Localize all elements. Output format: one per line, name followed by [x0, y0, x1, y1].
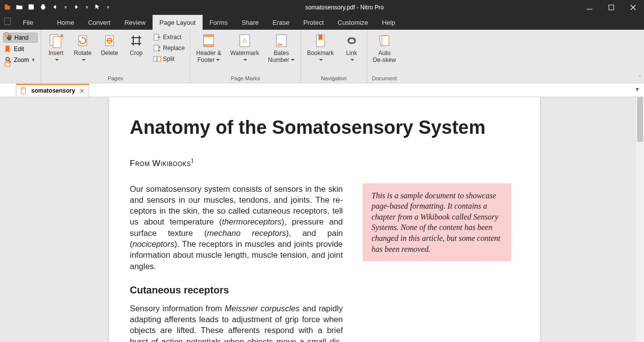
menu-convert[interactable]: Convert [81, 15, 118, 30]
chevron-down-icon [289, 57, 295, 63]
extract-button[interactable]: Extract [152, 33, 186, 42]
replace-button[interactable]: Replace [152, 44, 186, 53]
svg-point-24 [4, 32, 8, 36]
header-footer-button[interactable]: Header & Footer [194, 32, 223, 64]
svg-rect-14 [204, 44, 214, 47]
rotate-label: Rotate [74, 50, 91, 57]
vertical-scrollbar[interactable] [636, 97, 644, 342]
svg-rect-18 [277, 44, 282, 46]
paragraph: Our somatosensory system consists of sen… [130, 183, 343, 272]
link-button[interactable]: Link [341, 32, 363, 64]
chevron-down-icon [215, 57, 220, 63]
security-panel-icon[interactable] [3, 58, 12, 67]
ribbon-group-navigation: Bookmark Link Navigation [301, 30, 367, 83]
open-icon[interactable] [16, 3, 23, 12]
menu-home[interactable]: Home [50, 15, 81, 30]
menu-erase[interactable]: Erase [266, 15, 296, 30]
save-icon[interactable] [28, 3, 35, 12]
document-tab-label: somatosensory [31, 87, 75, 94]
bookmarks-panel-icon[interactable] [3, 45, 12, 54]
close-tab-button[interactable]: ✕ [79, 87, 85, 95]
watermark-icon: A [237, 33, 253, 49]
menu-file[interactable]: File [16, 15, 40, 30]
svg-rect-10 [154, 57, 157, 61]
chevron-down-icon [54, 57, 59, 63]
maximize-button[interactable] [600, 0, 622, 15]
document-tab[interactable]: somatosensory ✕ [16, 84, 89, 97]
menu-customize[interactable]: Customize [331, 15, 375, 30]
crop-button[interactable]: Crop [125, 32, 147, 57]
svg-rect-25 [5, 62, 10, 66]
menu-protect[interactable]: Protect [296, 15, 330, 30]
callout-box: This is a sample document to showcase pa… [363, 183, 511, 262]
pdf-file-icon [20, 87, 27, 94]
auto-deskew-button[interactable]: Auto De-skew [371, 32, 398, 64]
watermark-button[interactable]: A Watermark [228, 32, 261, 64]
group-label-navigation: Navigation [305, 75, 363, 83]
rotate-icon [75, 33, 91, 49]
minimize-button[interactable] [579, 0, 600, 15]
redo-more-icon[interactable]: ▼ [85, 5, 89, 10]
svg-rect-23 [4, 18, 10, 25]
app-logo-icon [4, 3, 11, 12]
ribbon-group-pagemarks: Header & Footer A Watermark Bates Number… [190, 30, 301, 83]
undo-icon[interactable] [52, 3, 58, 12]
qat-more-icon[interactable]: ▼ [106, 5, 110, 10]
chevron-down-icon [242, 57, 247, 63]
ribbon-group-document: Auto De-skew Document [367, 30, 402, 83]
deskew-icon [376, 33, 392, 49]
svg-rect-21 [382, 36, 389, 46]
subheading: Cutaneous receptors [130, 284, 343, 297]
svg-text:A: A [242, 37, 247, 45]
menu-forms[interactable]: Forms [203, 15, 235, 30]
document-tab-strip: somatosensory ✕ ▼ [0, 83, 644, 97]
collapse-ribbon-button[interactable]: ˆ [639, 75, 641, 81]
svg-rect-11 [158, 57, 161, 61]
replace-icon [153, 44, 161, 52]
insert-label: Insert [49, 50, 63, 57]
menu-bar: File Home Convert Review Page Layout For… [0, 15, 644, 30]
split-button[interactable]: Split [152, 55, 186, 63]
svg-rect-13 [204, 35, 214, 37]
group-label-pagemarks: Page Marks [194, 75, 297, 83]
chevron-down-icon: ▼ [31, 57, 36, 62]
search-panel-icon[interactable] [3, 31, 12, 40]
delete-page-icon [102, 33, 117, 49]
delete-button[interactable]: Delete [99, 32, 120, 57]
print-icon[interactable] [40, 3, 47, 12]
undo-more-icon[interactable]: ▼ [63, 5, 68, 10]
rotate-button[interactable]: Rotate [72, 32, 94, 64]
redo-icon[interactable] [73, 3, 80, 12]
body-column: Our somatosensory system consists of sen… [130, 183, 343, 342]
group-label-pages: Pages [45, 75, 186, 83]
document-viewport[interactable]: Anatomy of the Somatosensory System From… [15, 97, 636, 342]
insert-button[interactable]: Insert [45, 32, 67, 64]
delete-label: Delete [101, 50, 118, 57]
menu-help[interactable]: Help [375, 15, 402, 30]
svg-rect-0 [587, 9, 592, 9]
split-icon [153, 55, 161, 63]
link-icon [344, 33, 360, 49]
crop-icon [128, 33, 144, 49]
header-footer-icon [201, 33, 216, 49]
menu-review[interactable]: Review [117, 15, 153, 30]
ribbon-group-pages: Insert Rotate Delete Crop Extract [41, 30, 190, 83]
tab-overflow-button[interactable]: ▼ [635, 86, 640, 92]
pages-panel-icon[interactable] [3, 17, 12, 26]
bookmark-button[interactable]: Bookmark [305, 32, 336, 64]
close-button[interactable] [622, 0, 644, 15]
svg-rect-1 [609, 5, 614, 10]
select-tool-icon[interactable] [94, 3, 101, 12]
side-panel-icons [0, 14, 15, 67]
bates-number-button[interactable]: Bates Number [266, 32, 297, 64]
pdf-page: Anatomy of the Somatosensory System From… [109, 97, 540, 342]
hand-tool-label: Hand [14, 34, 29, 41]
scrollbar-thumb[interactable] [637, 97, 643, 142]
svg-rect-4 [53, 37, 61, 48]
chevron-down-icon [349, 57, 354, 63]
edit-tool-label: Edit [14, 46, 24, 53]
menu-share[interactable]: Share [235, 15, 266, 30]
page-title: Anatomy of the Somatosensory System [130, 117, 519, 138]
zoom-tool-label: Zoom [14, 57, 29, 63]
menu-page-layout[interactable]: Page Layout [153, 15, 203, 30]
